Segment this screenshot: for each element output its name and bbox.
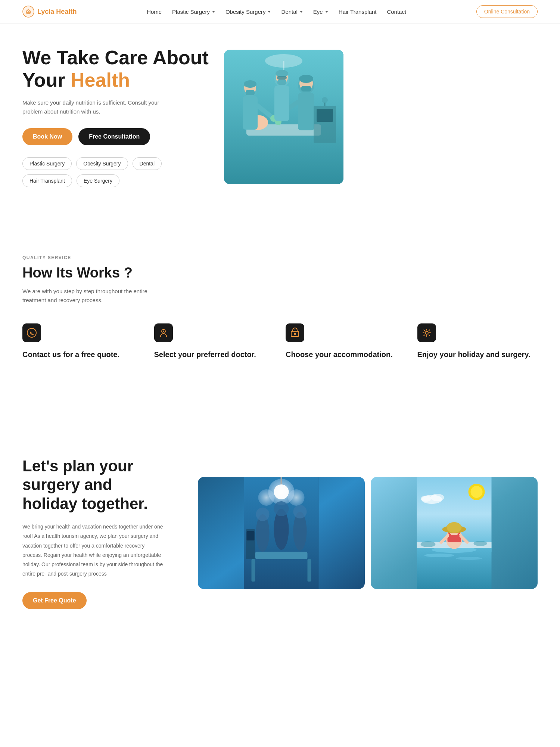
steps-grid: Contact us for a free quote. Select your… (22, 323, 538, 360)
chevron-down-icon (325, 11, 328, 13)
hero-title: We Take Care About Your Health (22, 47, 209, 92)
brand-logo[interactable]: Lycia Health (22, 6, 77, 18)
spacer-2 (0, 382, 560, 405)
step-1-title: Contact us for a free quote. (22, 350, 143, 360)
svg-point-74 (474, 541, 487, 546)
svg-point-69 (471, 486, 483, 498)
hero-buttons: Book Now Free Consultation (22, 128, 209, 145)
svg-point-72 (421, 496, 432, 502)
hero-section: We Take Care About Your Health Make sure… (0, 24, 560, 203)
svg-point-67 (447, 522, 462, 533)
plan-images (198, 477, 538, 589)
navbar: Lycia Health Home Plastic Surgery Obesit… (0, 0, 560, 24)
surgery-room-image (198, 477, 365, 589)
hotel-icon (290, 328, 300, 338)
step-1-icon (22, 323, 41, 342)
svg-point-73 (421, 541, 436, 547)
hero-tags: Plastic Surgery Obesity Surgery Dental H… (22, 157, 209, 187)
svg-rect-22 (274, 86, 289, 121)
hero-image (224, 50, 343, 184)
brand-name: Lycia Health (37, 8, 77, 16)
nav-dental[interactable]: Dental (281, 9, 302, 15)
svg-point-33 (163, 331, 164, 332)
svg-rect-45 (255, 552, 308, 559)
svg-point-59 (424, 554, 454, 557)
svg-rect-63 (448, 535, 461, 542)
how-it-works-title: How Its Works ? (22, 265, 538, 281)
nav-eye[interactable]: Eye (313, 9, 328, 15)
doctor-icon (158, 328, 169, 338)
step-1: Contact us for a free quote. (22, 323, 143, 360)
svg-rect-46 (252, 559, 255, 582)
tag-plastic-surgery[interactable]: Plastic Surgery (22, 157, 72, 170)
hero-subtitle: Make sure your daily nutrition is suffic… (22, 98, 179, 116)
svg-rect-15 (298, 93, 314, 130)
tag-dental[interactable]: Dental (133, 157, 162, 170)
online-consultation-button[interactable]: Online Consultation (476, 5, 538, 18)
nav-obesity-surgery[interactable]: Obesity Surgery (225, 9, 271, 15)
chevron-down-icon (268, 11, 271, 13)
svg-rect-8 (243, 96, 258, 130)
free-consultation-button[interactable]: Free Consultation (78, 128, 150, 145)
holiday-image (371, 477, 538, 589)
svg-point-37 (425, 331, 428, 334)
svg-point-53 (274, 501, 289, 516)
svg-point-60 (456, 557, 482, 560)
step-3-icon (286, 323, 304, 342)
svg-point-10 (244, 80, 256, 88)
tag-hair-transplant[interactable]: Hair Transplant (22, 174, 72, 187)
whatsapp-icon (27, 328, 37, 338)
nav-contact[interactable]: Contact (387, 9, 406, 15)
surgery-scene-illustration (224, 50, 343, 184)
get-free-quote-button[interactable]: Get Free Quote (22, 592, 87, 609)
svg-point-17 (299, 75, 313, 83)
tag-eye-surgery[interactable]: Eye Surgery (77, 174, 119, 187)
logo-icon (22, 6, 34, 18)
hero-content: We Take Care About Your Health Make sure… (22, 47, 209, 187)
svg-rect-25 (277, 80, 286, 85)
svg-rect-47 (308, 559, 311, 582)
svg-point-49 (256, 508, 270, 521)
step-4-icon (417, 323, 436, 342)
svg-point-44 (288, 489, 305, 506)
step-3: Choose your accommodation. (286, 323, 406, 360)
step-2-title: Select your preferred doctor. (154, 350, 275, 360)
step-4-title: Enjoy your holiday and surgery. (417, 350, 538, 360)
step-4: Enjoy your holiday and surgery. (417, 323, 538, 360)
nav-hair-transplant[interactable]: Hair Transplant (339, 9, 377, 15)
surgery-room-illustration (198, 477, 365, 589)
chevron-down-icon (300, 11, 303, 13)
how-it-works-section: QUALITY SERVICE How Its Works ? We are w… (0, 225, 560, 382)
spacer-3 (0, 405, 560, 427)
nav-home[interactable]: Home (147, 9, 162, 15)
svg-point-71 (431, 494, 444, 501)
spacer-1 (0, 203, 560, 225)
svg-point-41 (274, 484, 289, 499)
how-it-works-label: QUALITY SERVICE (22, 255, 538, 260)
book-now-button[interactable]: Book Now (22, 128, 72, 145)
step-2: Select your preferred doctor. (154, 323, 275, 360)
plan-content: Let's plan your surgery and holiday toge… (22, 457, 179, 609)
plan-title: Let's plan your surgery and holiday toge… (22, 457, 179, 513)
svg-rect-18 (301, 86, 311, 92)
nav-plastic-surgery[interactable]: Plastic Surgery (172, 9, 215, 15)
how-it-works-subtitle: We are with you step by step throughout … (22, 287, 172, 305)
step-3-title: Choose your accommodation. (286, 350, 406, 360)
plan-text: We bring your health and vacation needs … (22, 522, 164, 579)
holiday-illustration (371, 477, 538, 589)
svg-rect-35 (294, 333, 296, 335)
svg-rect-11 (246, 90, 255, 95)
svg-point-51 (293, 505, 307, 518)
svg-point-30 (322, 97, 328, 103)
svg-point-31 (27, 328, 36, 337)
svg-rect-28 (317, 109, 333, 122)
svg-rect-26 (277, 76, 287, 80)
nav-links: Home Plastic Surgery Obesity Surgery Den… (147, 9, 406, 15)
svg-point-43 (258, 489, 275, 506)
settings-icon (421, 328, 432, 338)
tag-obesity-surgery[interactable]: Obesity Surgery (76, 157, 128, 170)
svg-rect-55 (247, 531, 255, 540)
chevron-down-icon (212, 11, 215, 13)
plan-surgery-section: Let's plan your surgery and holiday toge… (0, 427, 560, 632)
step-2-icon (154, 323, 173, 342)
